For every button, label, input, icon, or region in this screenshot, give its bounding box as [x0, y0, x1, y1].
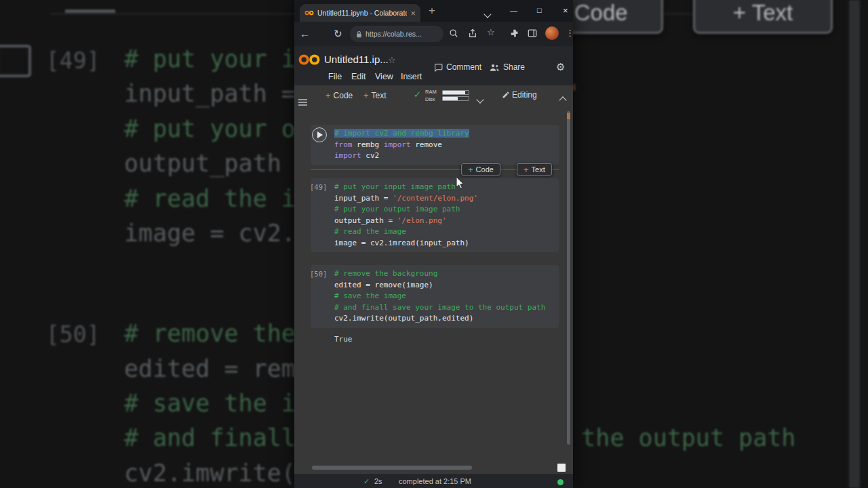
execution-count[interactable]: [49]	[310, 183, 333, 191]
close-button[interactable]: ×	[563, 5, 568, 16]
settings-gear-icon[interactable]: ⚙	[556, 61, 565, 73]
colab-header: Untitled11.ip... ☆ Comment Share ⚙ File …	[294, 46, 573, 85]
address-bar[interactable]: https://colab.res...	[350, 26, 443, 42]
insert-text-button[interactable]: + Text	[517, 163, 552, 176]
plus-icon: +	[363, 90, 369, 100]
success-check-icon: ✓	[363, 477, 370, 486]
resources-labels[interactable]: RAM Disk	[425, 88, 437, 103]
notebook-area: # import cv2 and rembg library from remb…	[294, 106, 573, 474]
code-line: # save the image	[334, 291, 559, 302]
profile-avatar[interactable]	[545, 26, 559, 40]
share-label: Share	[503, 62, 525, 72]
mouse-cursor	[456, 176, 465, 189]
cell-output: True	[311, 335, 353, 344]
bg-files-icon	[0, 45, 31, 77]
bg-exec-count: [50]	[46, 321, 100, 348]
comment-button[interactable]: Comment	[434, 62, 481, 72]
browser-tab[interactable]: Untitled11.ipynb - Colaborato ×	[300, 4, 420, 22]
browser-menu-kebab-icon[interactable]: ⋮	[566, 28, 573, 38]
bg-exec-count: [49]	[46, 47, 100, 74]
code-line: # read the image	[334, 226, 559, 238]
run-cell-button[interactable]	[312, 127, 327, 142]
scrollbar-highlight-marker	[567, 113, 570, 119]
insert-code-button[interactable]: + Code	[461, 163, 500, 176]
runtime-dropdown-chevron-icon[interactable]	[477, 93, 483, 105]
kernel-status-dot	[557, 479, 564, 485]
extensions-puzzle-icon[interactable]	[510, 28, 519, 38]
reload-button[interactable]: ↻	[334, 28, 342, 40]
side-panel-icon[interactable]	[528, 28, 537, 38]
notebook-toolbar: + Code + Text ✓ RAM Disk Editing	[294, 85, 573, 106]
execution-status-bar: ✓ 2s completed at 2:15 PM	[294, 474, 573, 488]
url-text: https://colab.res...	[366, 30, 422, 38]
search-icon[interactable]	[449, 28, 458, 38]
tab-search-chevron-icon[interactable]	[485, 7, 490, 20]
share-button[interactable]: Share	[490, 62, 525, 72]
code-cell-3[interactable]: [50] # remove the backgroung edited = re…	[311, 265, 559, 328]
plus-icon: +	[326, 90, 331, 100]
plus-icon: +	[468, 165, 473, 175]
add-code-label: Code	[334, 91, 353, 100]
tab-close-icon[interactable]: ×	[410, 9, 416, 18]
video-frame: + Code + Text [49] # put your input imag…	[0, 0, 868, 488]
share-icon[interactable]	[468, 28, 477, 38]
code-line: # put your input image path	[334, 182, 559, 193]
colab-favicon-icon	[304, 9, 314, 16]
bg-add-text-label: + Text	[733, 0, 793, 26]
browser-window: Untitled11.ipynb - Colaborato × + — □ × …	[294, 0, 573, 488]
code-cell-1[interactable]: # import cv2 and rembg library from remb…	[311, 125, 559, 165]
code-line: import cv2	[334, 150, 559, 162]
execution-duration: 2s	[374, 477, 382, 485]
vertical-scrollbar[interactable]	[567, 111, 570, 445]
bookmark-star-icon[interactable]: ☆	[487, 27, 495, 37]
code-editor[interactable]: # import cv2 and rembg library from remb…	[311, 125, 559, 165]
code-line: # remove the backgroung	[334, 268, 559, 280]
code-line: input_path = '/content/elon.png'	[334, 193, 559, 205]
code-cell-2[interactable]: [49] # put your input image path input_p…	[311, 178, 559, 252]
menu-insert[interactable]: Insert	[401, 72, 422, 81]
code-line: edited = remove(image)	[334, 280, 559, 291]
code-line: # import cv2 and rembg library	[334, 128, 559, 140]
people-icon	[490, 63, 500, 72]
colab-logo[interactable]	[298, 52, 321, 67]
bg-scrollbar	[849, 0, 860, 488]
code-editor[interactable]: # remove the backgroung edited = remove(…	[311, 265, 559, 328]
notebook-title[interactable]: Untitled11.ip...	[324, 54, 389, 65]
insert-text-label: Text	[532, 165, 545, 174]
insert-code-label: Code	[476, 165, 494, 174]
menu-file[interactable]: File	[328, 72, 342, 81]
add-text-label: Text	[372, 91, 387, 100]
comment-label: Comment	[446, 62, 481, 72]
add-text-button[interactable]: + Text	[363, 90, 387, 100]
bg-divider-segment	[65, 9, 115, 13]
tab-title: Untitled11.ipynb - Colaborato	[317, 9, 407, 17]
star-notebook-icon[interactable]: ☆	[388, 55, 396, 65]
code-editor[interactable]: # put your input image path input_path =…	[311, 178, 559, 252]
editing-mode-button[interactable]: Editing	[512, 90, 537, 100]
new-tab-button[interactable]: +	[429, 4, 435, 18]
maximize-button[interactable]: □	[537, 6, 542, 14]
completion-text: completed at 2:15 PM	[399, 477, 471, 485]
connected-check-icon: ✓	[414, 89, 421, 100]
horizontal-scrollbar[interactable]	[312, 466, 472, 470]
pencil-icon	[502, 91, 510, 99]
minimize-button[interactable]: —	[510, 6, 517, 14]
disk-meter[interactable]	[442, 96, 469, 101]
comment-bubble-icon	[434, 63, 443, 72]
execution-count[interactable]: [50]	[310, 270, 333, 278]
address-toolbar: ← ↻ https://colab.res... ☆ ⋮	[294, 22, 573, 46]
tab-strip: Untitled11.ipynb - Colaborato × + — □ ×	[294, 0, 573, 22]
menu-view[interactable]: View	[375, 72, 393, 81]
disk-label: Disk	[425, 96, 435, 102]
code-line: # put your output image path	[334, 204, 559, 216]
code-line: cv2.imwrite(output_path,edited)	[334, 313, 559, 325]
add-code-button[interactable]: + Code	[326, 90, 353, 100]
collapse-toolbar-chevron-icon[interactable]	[560, 94, 566, 106]
bg-add-text-button: + Text	[693, 0, 833, 34]
ram-label: RAM	[425, 89, 437, 95]
menu-edit[interactable]: Edit	[351, 72, 366, 81]
ram-meter[interactable]	[442, 90, 469, 95]
code-line: output_path = '/elon.png'	[334, 216, 559, 227]
back-button[interactable]: ←	[300, 28, 310, 39]
play-icon	[317, 131, 323, 138]
